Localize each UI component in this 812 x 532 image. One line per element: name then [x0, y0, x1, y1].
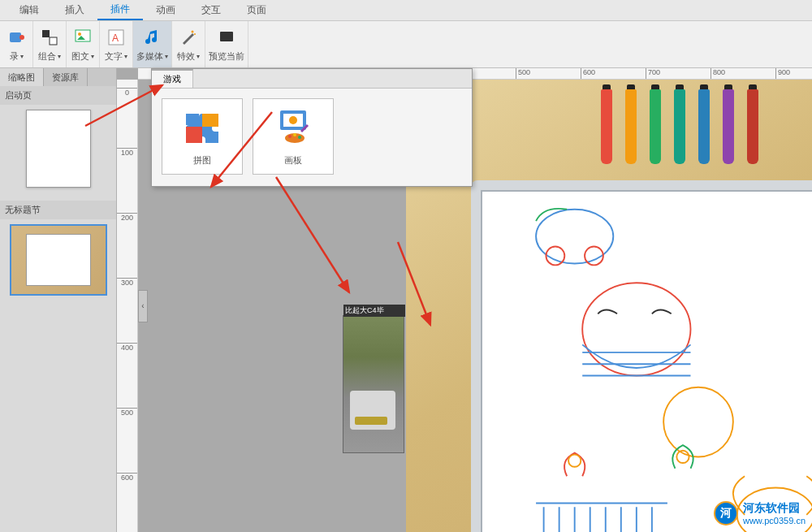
svg-point-24	[293, 133, 296, 136]
watermark-url: www.pc0359.cn	[743, 516, 806, 526]
marker-green[interactable]	[650, 89, 661, 164]
menu-interaction[interactable]: 交互	[188, 0, 234, 20]
tab-resources[interactable]: 资源库	[44, 68, 88, 86]
thumbnail-startup[interactable]	[26, 110, 91, 188]
menu-plugins[interactable]: 插件	[97, 0, 143, 20]
watermark-logo: 河	[714, 501, 738, 526]
tool-text[interactable]: A 文字▾	[100, 21, 133, 67]
photo-caption: 比起大C4毕	[343, 305, 405, 317]
collapse-handle[interactable]: ‹	[138, 290, 148, 322]
text-icon: A	[107, 28, 125, 46]
group-icon	[41, 28, 58, 46]
preview-icon	[218, 28, 235, 46]
whiteboard[interactable]	[471, 180, 812, 532]
left-panel: 缩略图 资源库 启动页 无标题节	[0, 68, 117, 532]
image-icon	[74, 28, 92, 46]
tool-effects[interactable]: 特效▾	[172, 21, 205, 67]
embedded-photo[interactable]: 比起大C4毕	[343, 315, 404, 453]
tool-multimedia[interactable]: 多媒体▾	[133, 21, 172, 67]
svg-text:A: A	[112, 32, 119, 44]
marker-orange[interactable]	[625, 89, 637, 164]
marker-blue[interactable]	[698, 89, 710, 164]
drawboard-label: 画板	[284, 154, 302, 167]
watermark-title: 河东软件园	[743, 501, 806, 516]
svg-point-11	[536, 210, 613, 264]
marker-red[interactable]	[601, 89, 612, 164]
tool-preview[interactable]: 预览当前	[205, 21, 248, 67]
multimedia-dropdown: 游戏 拼图	[151, 68, 473, 187]
svg-rect-0	[10, 32, 21, 42]
tool-record[interactable]: 录▾	[0, 21, 33, 67]
drawboard-icon	[274, 107, 313, 146]
menu-insert[interactable]: 插入	[52, 0, 97, 20]
startup-label: 启动页	[0, 86, 116, 105]
dropdown-item-puzzle[interactable]: 拼图	[162, 98, 243, 175]
tab-thumbnails[interactable]: 缩略图	[0, 68, 44, 86]
svg-point-15	[663, 387, 733, 457]
puzzle-icon	[183, 110, 222, 143]
vertical-ruler: 0 100 200 300 400 500 600 700	[117, 80, 138, 532]
marker-purple[interactable]	[723, 89, 734, 164]
svg-rect-10	[220, 32, 233, 41]
drawing-sketch	[481, 190, 812, 532]
car-icon	[350, 391, 395, 430]
marker-maroon[interactable]	[747, 89, 758, 164]
tool-image-text[interactable]: 图文▾	[67, 21, 100, 67]
markers-tray	[601, 89, 758, 164]
menu-bar: 编辑 插入 插件 动画 交互 页面	[0, 0, 812, 21]
svg-rect-3	[50, 37, 57, 45]
thumbnail-slide-1[interactable]	[10, 224, 107, 296]
music-icon	[144, 28, 162, 46]
svg-point-1	[19, 35, 24, 40]
panel-tabs: 缩略图 资源库	[0, 68, 116, 86]
puzzle-label: 拼图	[193, 154, 211, 167]
menu-edit[interactable]: 编辑	[6, 0, 52, 20]
menu-animation[interactable]: 动画	[143, 0, 188, 20]
record-icon	[7, 28, 25, 46]
wand-icon	[179, 28, 197, 46]
svg-point-21	[289, 116, 297, 124]
section-label: 无标题节	[0, 201, 116, 219]
svg-point-9	[194, 33, 196, 35]
menu-page[interactable]: 页面	[234, 0, 279, 20]
svg-point-5	[78, 32, 81, 36]
dropdown-item-drawboard[interactable]: 画板	[253, 98, 334, 175]
svg-point-23	[288, 135, 292, 138]
svg-point-16	[568, 455, 581, 467]
watermark: 河 河东软件园 www.pc0359.cn	[714, 501, 806, 526]
svg-point-25	[298, 136, 301, 139]
svg-rect-2	[42, 30, 50, 37]
tool-group[interactable]: 组合▾	[33, 21, 67, 67]
svg-point-8	[192, 31, 194, 33]
marker-teal[interactable]	[674, 89, 685, 164]
svg-point-14	[582, 283, 690, 375]
toolbar: 录▾ 组合▾ 图文▾ A 文字▾ 多媒体▾ 特效▾ 预览当前	[0, 21, 812, 68]
dropdown-tab-games[interactable]: 游戏	[152, 69, 193, 88]
